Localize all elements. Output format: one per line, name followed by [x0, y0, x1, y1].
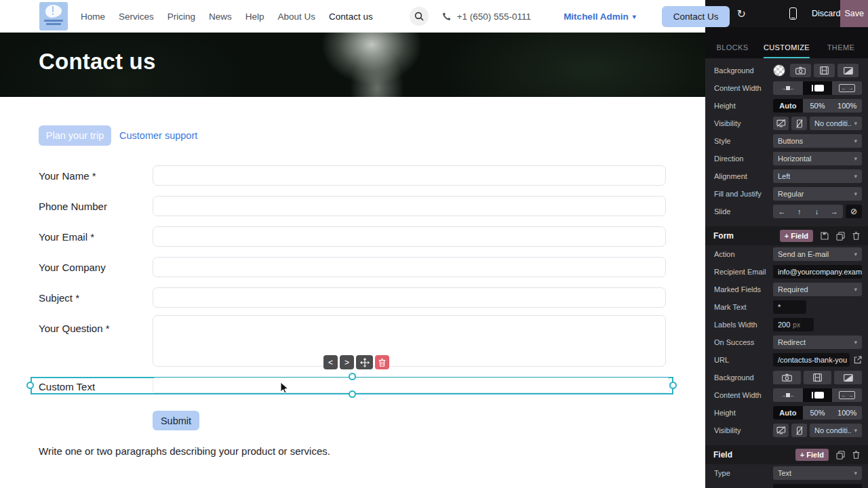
form-hide-desktop-button[interactable]: [773, 424, 789, 437]
type-dropdown[interactable]: Text▾: [773, 466, 862, 480]
form-content-width-narrow-button[interactable]: →←: [773, 388, 803, 402]
resize-handle-bottom[interactable]: [349, 390, 356, 398]
delete-block-button[interactable]: [852, 232, 860, 240]
tab-theme[interactable]: THEME: [814, 27, 868, 58]
background-video-button[interactable]: [814, 64, 835, 77]
film-icon: [813, 373, 822, 382]
tab-blocks[interactable]: BLOCKS: [705, 27, 760, 58]
move-prev-button[interactable]: <: [323, 355, 338, 369]
tab-customize[interactable]: CUSTOMIZE: [760, 27, 814, 58]
form-content-width-full-button[interactable]: ←→: [832, 388, 862, 402]
redo-icon[interactable]: ↻: [736, 7, 745, 20]
chevron-down-icon: ▾: [851, 286, 857, 293]
site-logo[interactable]: [39, 2, 68, 30]
discard-button[interactable]: Discard: [812, 9, 840, 18]
slide-left-button[interactable]: ←: [773, 205, 791, 218]
search-button[interactable]: [410, 7, 429, 26]
nav-item-services[interactable]: Services: [119, 12, 154, 22]
nav-item-home[interactable]: Home: [81, 12, 105, 22]
direction-dropdown[interactable]: Horizontal▾: [773, 152, 862, 165]
add-field-button[interactable]: + Field: [780, 230, 813, 242]
move-next-button[interactable]: >: [340, 355, 354, 369]
labels-width-input[interactable]: 200 px: [773, 318, 814, 331]
hide-mobile-button[interactable]: [791, 117, 807, 130]
duplicate-block-button[interactable]: [836, 232, 845, 241]
delete-field-button[interactable]: [852, 451, 860, 459]
content-width-regular-button[interactable]: [803, 81, 833, 95]
alignment-dropdown[interactable]: Left▾: [773, 169, 862, 183]
phone-input[interactable]: [153, 196, 666, 216]
user-menu[interactable]: Mitchell Admin ▾: [564, 12, 636, 22]
nav-item-about-us[interactable]: About Us: [278, 12, 316, 22]
phone-icon: [442, 12, 451, 21]
form-background-image-button[interactable]: [773, 371, 801, 384]
move-icon: [360, 358, 370, 367]
url-input[interactable]: /contactus-thank-you: [773, 353, 850, 367]
drag-handle-button[interactable]: [356, 355, 373, 369]
save-button[interactable]: Save: [840, 0, 868, 27]
custom-text-input[interactable]: [153, 378, 670, 393]
submit-button[interactable]: Submit: [153, 411, 199, 430]
form-section-header: Form + Field: [705, 226, 868, 245]
content-width-full-button[interactable]: ←→: [832, 81, 862, 95]
tab-plan-your-trip[interactable]: Plan your trip: [39, 125, 111, 146]
mobile-preview-icon[interactable]: [789, 7, 797, 20]
form-height-auto-button[interactable]: Auto: [773, 406, 803, 420]
style-dropdown[interactable]: Buttons▾: [773, 134, 862, 148]
row-recipient-email: Recipient Email info@yourcompany.examp: [705, 263, 868, 281]
save-block-button[interactable]: [821, 232, 829, 240]
settings-panel: Background Content Width: [705, 58, 868, 488]
nav-item-news[interactable]: News: [209, 12, 232, 22]
resize-handle-top[interactable]: [349, 373, 356, 380]
height-100-button[interactable]: 100%: [832, 99, 862, 113]
question-textarea[interactable]: [153, 315, 666, 367]
background-image-button[interactable]: [790, 64, 811, 77]
marked-fields-dropdown[interactable]: Required▾: [773, 283, 862, 296]
form-hide-mobile-button[interactable]: [791, 424, 807, 437]
label-input[interactable]: Custom Text: [773, 484, 862, 488]
tab-customer-support[interactable]: Customer support: [119, 130, 197, 141]
background-gradient-button[interactable]: [837, 64, 859, 77]
chevron-down-icon: ▾: [851, 339, 857, 346]
open-url-button[interactable]: [854, 356, 862, 364]
company-input[interactable]: [153, 257, 666, 277]
editor-sidebar: ↺ ↻ Discard Save BLOCKS CUSTOMIZE THEME …: [705, 0, 868, 488]
background-color-swatch[interactable]: [773, 64, 785, 77]
action-dropdown[interactable]: Send an E-mail▾: [773, 247, 862, 261]
mark-text-input[interactable]: *: [773, 300, 806, 314]
element-toolbar: < >: [323, 355, 389, 369]
resize-handle-left[interactable]: [26, 382, 34, 389]
recipient-email-input[interactable]: info@yourcompany.examp: [773, 265, 862, 279]
form-height-50-button[interactable]: 50%: [803, 406, 833, 420]
nav-item-contact-us[interactable]: Contact us: [329, 12, 373, 22]
slide-direction-group: ← ↑ ↓ →: [773, 205, 843, 218]
contact-us-button[interactable]: Contact Us: [662, 6, 730, 27]
nav-item-pricing[interactable]: Pricing: [167, 12, 195, 22]
form-section: Plan your trip Customer support Your Nam…: [0, 97, 705, 488]
on-success-dropdown[interactable]: Redirect▾: [773, 336, 862, 349]
email-input[interactable]: [153, 226, 666, 247]
slide-up-button[interactable]: ↑: [791, 205, 808, 218]
subject-input[interactable]: [153, 287, 666, 308]
height-50-button[interactable]: 50%: [803, 99, 833, 113]
form-content-width-regular-button[interactable]: [803, 388, 833, 402]
form-height-100-button[interactable]: 100%: [832, 406, 862, 420]
hide-desktop-button[interactable]: [773, 117, 789, 130]
name-input[interactable]: [153, 165, 666, 186]
content-width-narrow-button[interactable]: →←: [773, 81, 803, 95]
field-add-field-button[interactable]: + Field: [795, 449, 829, 461]
delete-element-button[interactable]: [375, 355, 389, 369]
form-background-video-button[interactable]: [804, 371, 831, 384]
slide-right-button[interactable]: →: [825, 205, 843, 218]
height-auto-button[interactable]: Auto: [773, 99, 803, 113]
form-background-gradient-button[interactable]: [834, 371, 862, 384]
duplicate-field-button[interactable]: [836, 451, 845, 460]
resize-handle-right[interactable]: [669, 382, 677, 389]
nav-item-help[interactable]: Help: [245, 12, 264, 22]
fill-justify-dropdown[interactable]: Regular▾: [773, 187, 862, 201]
phone-number[interactable]: +1 (650) 555-0111: [457, 12, 531, 22]
slide-down-button[interactable]: ↓: [808, 205, 826, 218]
visibility-condition-dropdown[interactable]: No conditi... ▾: [810, 117, 862, 130]
form-visibility-condition-dropdown[interactable]: No conditi... ▾: [810, 424, 862, 437]
slide-none-button[interactable]: ⊘: [846, 205, 862, 218]
